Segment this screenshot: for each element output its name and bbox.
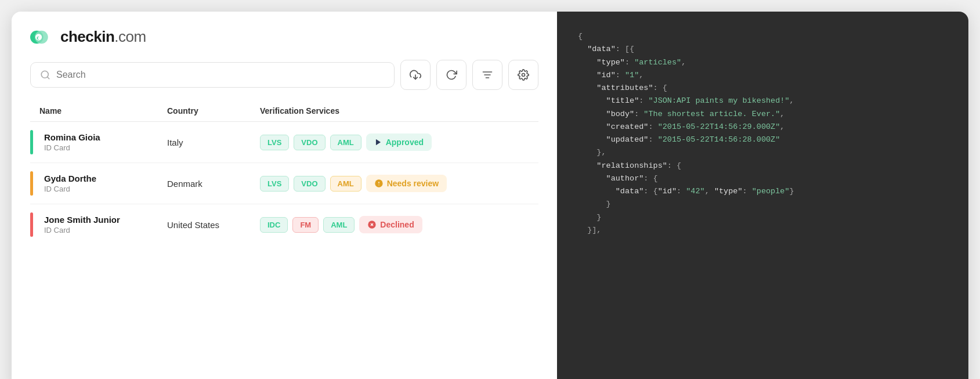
tag-idc: IDC bbox=[260, 217, 288, 233]
name-cell-gyda: Gyda Dorthe ID Card bbox=[39, 174, 167, 193]
app-container: c checkin.com bbox=[12, 12, 968, 379]
person-name: Jone Smith Junior bbox=[44, 215, 167, 225]
warning-icon bbox=[374, 179, 384, 188]
tag-aml: AML bbox=[330, 135, 361, 150]
country-cell-romina: Italy bbox=[167, 138, 260, 147]
country-cell-gyda: Denmark bbox=[167, 179, 260, 189]
name-cell-jone: Jone Smith Junior ID Card bbox=[39, 215, 167, 234]
settings-button[interactable] bbox=[508, 60, 538, 90]
tag-aml: AML bbox=[330, 176, 361, 192]
tag-fm: FM bbox=[292, 217, 319, 233]
tag-vdo: VDO bbox=[294, 176, 325, 192]
person-name: Gyda Dorthe bbox=[44, 174, 167, 183]
filter-button[interactable] bbox=[472, 60, 502, 90]
tag-lvs: LVS bbox=[260, 135, 289, 150]
table-row[interactable]: Gyda Dorthe ID Card Denmark LVS VDO AML … bbox=[30, 163, 538, 204]
col-header-country: Country bbox=[167, 106, 260, 115]
person-subtitle: ID Card bbox=[44, 143, 167, 152]
download-icon bbox=[410, 69, 421, 81]
svg-text:c: c bbox=[37, 34, 39, 41]
table-row[interactable]: Romina Gioia ID Card Italy LVS VDO AML A… bbox=[30, 122, 538, 163]
toolbar bbox=[30, 60, 538, 90]
logo-area: c checkin.com bbox=[30, 28, 538, 46]
name-cell-romina: Romina Gioia ID Card bbox=[39, 132, 167, 152]
download-button[interactable] bbox=[400, 60, 431, 90]
col-header-name: Name bbox=[39, 106, 167, 115]
person-subtitle: ID Card bbox=[44, 226, 167, 234]
tag-aml: AML bbox=[323, 217, 355, 233]
filter-icon bbox=[482, 69, 493, 81]
person-name: Romina Gioia bbox=[44, 132, 167, 142]
refresh-button[interactable] bbox=[436, 60, 467, 90]
svg-marker-12 bbox=[376, 139, 381, 146]
svg-point-15 bbox=[378, 185, 379, 185]
col-header-services: Verification Services bbox=[260, 106, 529, 115]
services-cell-jone: IDC FM AML Declined bbox=[260, 216, 529, 233]
logo-icon: c bbox=[30, 29, 55, 45]
code-block: { "data": [{ "type": "articles", "id": "… bbox=[578, 30, 948, 237]
search-icon bbox=[40, 70, 50, 80]
row-indicator-orange bbox=[30, 171, 33, 196]
refresh-icon bbox=[446, 69, 457, 81]
table-header: Name Country Verification Services bbox=[30, 106, 538, 122]
person-subtitle: ID Card bbox=[44, 185, 167, 193]
services-cell-romina: LVS VDO AML Approved bbox=[260, 133, 529, 151]
x-circle-icon bbox=[367, 220, 377, 229]
logo-text: checkin.com bbox=[60, 28, 146, 46]
status-badge-approved: Approved bbox=[366, 133, 432, 151]
tag-lvs: LVS bbox=[260, 176, 289, 192]
search-box[interactable] bbox=[30, 62, 395, 88]
services-cell-gyda: LVS VDO AML Needs review bbox=[260, 175, 529, 192]
svg-point-11 bbox=[522, 74, 525, 77]
svg-line-6 bbox=[47, 77, 49, 78]
play-icon bbox=[374, 138, 382, 146]
left-panel: c checkin.com bbox=[12, 12, 557, 379]
status-badge-needs-review: Needs review bbox=[366, 175, 447, 192]
tag-vdo: VDO bbox=[294, 135, 325, 150]
table-row[interactable]: Jone Smith Junior ID Card United States … bbox=[30, 204, 538, 245]
row-indicator-red bbox=[30, 212, 33, 237]
right-panel: { "data": [{ "type": "articles", "id": "… bbox=[557, 12, 968, 379]
row-indicator-green bbox=[30, 130, 33, 154]
status-badge-declined: Declined bbox=[359, 216, 422, 233]
search-input[interactable] bbox=[56, 70, 385, 80]
settings-icon bbox=[518, 69, 529, 81]
country-cell-jone: United States bbox=[167, 220, 260, 230]
